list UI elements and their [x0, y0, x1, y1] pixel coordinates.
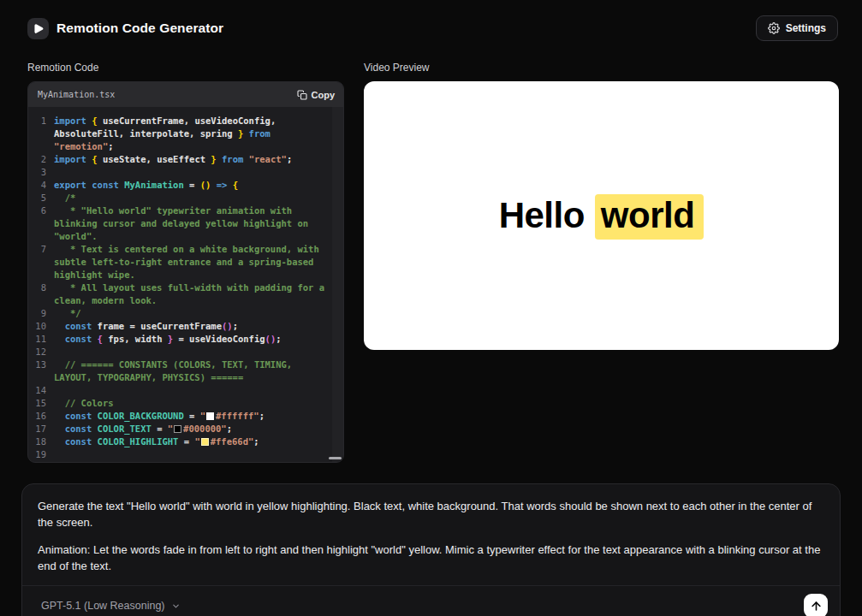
settings-button[interactable]: Settings — [756, 15, 838, 41]
preview-hello-text: Helloworld — [499, 195, 704, 236]
code-line: 11 const { fps, width } = useVideoConfig… — [35, 333, 330, 346]
code-line: 16 const COLOR_BACKGROUND = "#ffffff"; — [35, 410, 330, 423]
code-line: 1import { useCurrentFrame, useVideoConfi… — [35, 115, 330, 153]
preview-column: Video Preview Helloworld — [364, 51, 839, 350]
code-line: 10 const frame = useCurrentFrame(); — [35, 320, 330, 333]
code-filename: MyAnimation.tsx — [38, 90, 115, 99]
prompt-controls: GPT-5.1 (Low Reasoning) — [22, 585, 840, 616]
prompt-card: Generate the text "Hello world" with wor… — [21, 483, 841, 616]
code-line: 18 const COLOR_HIGHLIGHT = "#ffe66d"; — [35, 435, 330, 448]
code-editor-body[interactable]: 1import { useCurrentFrame, useVideoConfi… — [28, 107, 343, 462]
brand: Remotion Code Generator — [27, 18, 223, 39]
code-line: 17 const COLOR_TEXT = "#000000"; — [35, 423, 330, 435]
copy-icon — [297, 90, 307, 100]
page-title: Remotion Code Generator — [56, 21, 223, 36]
app-header: Remotion Code Generator Settings — [0, 0, 862, 51]
code-line: 12 — [35, 346, 330, 358]
code-line: 6 * "Hello world" typewriter animation w… — [35, 204, 330, 243]
model-selector-label: GPT-5.1 (Low Reasoning) — [41, 600, 165, 612]
preview-section-label: Video Preview — [364, 62, 839, 74]
remotion-logo-icon — [27, 18, 49, 39]
model-selector[interactable]: GPT-5.1 (Low Reasoning) — [38, 595, 184, 616]
gear-icon — [768, 22, 780, 34]
code-line: 15 // Colors — [35, 397, 330, 410]
main-content: Remotion Code MyAnimation.tsx Copy 1impo… — [0, 51, 862, 463]
send-button[interactable] — [804, 594, 828, 616]
code-scrollbar-thumb[interactable] — [329, 457, 342, 459]
color-swatch-icon — [206, 412, 214, 420]
color-swatch-icon — [201, 438, 209, 446]
code-line: 5 /* — [35, 192, 330, 204]
prompt-paragraph: Animation: Let the words fade in from le… — [38, 542, 824, 575]
code-column: Remotion Code MyAnimation.tsx Copy 1impo… — [27, 51, 344, 463]
code-line: 4export const MyAnimation = () => { — [35, 179, 330, 192]
preview-highlighted-word: world — [595, 194, 704, 240]
prompt-paragraph: Generate the text "Hello world" with wor… — [38, 499, 824, 531]
code-line: 2import { useState, useEffect } from "re… — [35, 153, 330, 166]
preview-plain-word: Hello — [499, 195, 585, 235]
code-line: 9 */ — [35, 307, 330, 320]
code-line: 19 — [35, 448, 330, 461]
code-line: 20 // Text content — [35, 461, 330, 462]
settings-button-label: Settings — [786, 22, 826, 34]
code-line: 13 // ====== CONSTANTS (COLORS, TEXT, TI… — [35, 358, 330, 384]
prompt-input[interactable]: Generate the text "Hello world" with wor… — [22, 484, 840, 585]
chevron-down-icon — [171, 601, 181, 611]
code-editor-panel: MyAnimation.tsx Copy 1import { useCurren… — [27, 81, 344, 463]
code-lines: 1import { useCurrentFrame, useVideoConfi… — [35, 115, 330, 462]
color-swatch-icon — [174, 425, 181, 433]
copy-button[interactable]: Copy — [297, 90, 336, 100]
copy-button-label: Copy — [312, 90, 336, 100]
code-line: 14 — [35, 384, 330, 397]
code-editor-header: MyAnimation.tsx Copy — [28, 82, 343, 107]
code-scrollbar-track[interactable] — [332, 107, 343, 462]
arrow-up-icon — [810, 600, 823, 613]
code-line: 7 * Text is centered on a white backgrou… — [35, 243, 330, 281]
code-line: 3 — [35, 166, 330, 179]
code-section-label: Remotion Code — [27, 62, 344, 74]
code-line: 8 * All layout uses full-width with padd… — [35, 281, 330, 307]
video-preview: Helloworld — [364, 81, 839, 350]
